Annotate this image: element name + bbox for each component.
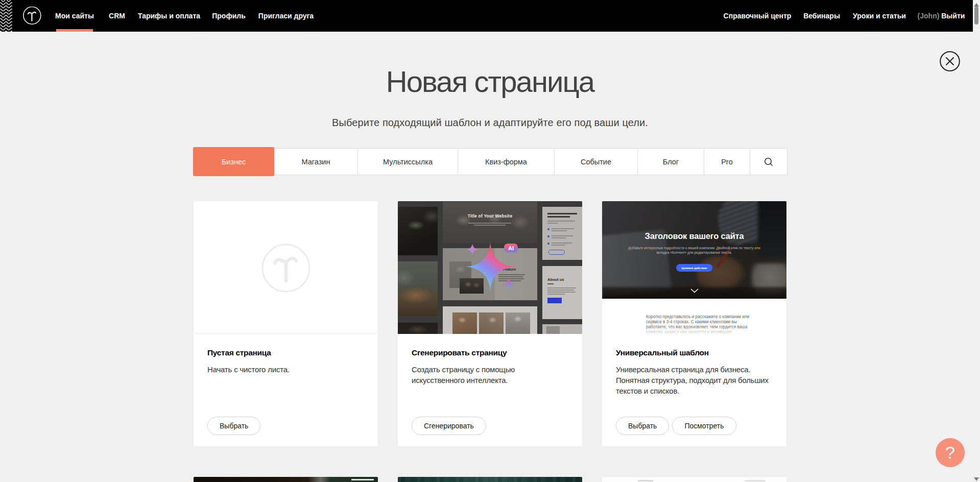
svg-text:AI: AI [508, 245, 514, 251]
